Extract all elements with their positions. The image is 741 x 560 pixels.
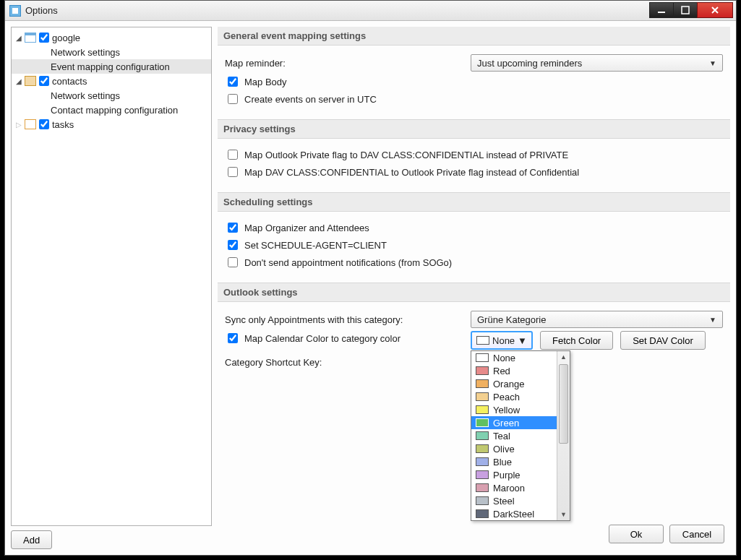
color-swatch-icon (476, 379, 489, 388)
maximize-button[interactable] (673, 2, 698, 18)
close-button[interactable] (697, 2, 733, 18)
color-swatch-icon (476, 470, 489, 479)
add-button[interactable]: Add (11, 530, 52, 549)
select-value: Grüne Kategorie (477, 314, 546, 325)
map-reminder-select[interactable]: Just upcoming reminders ▼ (471, 54, 723, 72)
select-value: Just upcoming reminders (477, 58, 582, 69)
color-option-label: Blue (493, 457, 512, 468)
profile-tree[interactable]: ◢ google Network settings Event mapping … (11, 27, 212, 526)
privacy-opt1-input[interactable] (228, 150, 238, 160)
sync-category-select[interactable]: Grüne Kategorie ▼ (471, 311, 723, 328)
color-option-label: Maroon (493, 483, 525, 494)
no-notify-checkbox[interactable]: Don't send appointment notifications (fr… (225, 255, 452, 270)
tree-label: google (52, 33, 80, 43)
color-swatch-icon (476, 496, 489, 505)
color-option-steel[interactable]: Steel (471, 494, 557, 507)
tree-label: Network settings (51, 47, 120, 58)
color-option-maroon[interactable]: Maroon (471, 481, 557, 494)
color-swatch-icon (476, 509, 489, 518)
color-dropdown[interactable]: NoneRedOrangePeachYellowGreenTealOliveBl… (471, 350, 570, 521)
tasks-icon (25, 119, 36, 129)
tree-check-tasks[interactable] (39, 119, 49, 129)
tree-check-contacts[interactable] (39, 76, 49, 86)
privacy-opt1-checkbox[interactable]: Map Outlook Private flag to DAV CLASS:CO… (225, 147, 568, 162)
app-icon (9, 5, 21, 17)
calendar-icon (25, 33, 36, 43)
map-body-checkbox[interactable]: Map Body (225, 74, 287, 89)
fetch-color-button[interactable]: Fetch Color (540, 331, 613, 350)
expand-icon[interactable]: ◢ (14, 34, 23, 42)
scroll-up-icon[interactable]: ▲ (557, 351, 570, 363)
section-scheduling-header: Scheduling settings (218, 192, 730, 212)
color-swatch-icon (476, 431, 489, 440)
tree-item-contacts[interactable]: ◢ contacts (12, 74, 211, 88)
ok-button[interactable]: Ok (609, 525, 664, 543)
checkbox-label: Don't send appointment notifications (fr… (244, 257, 452, 268)
color-option-purple[interactable]: Purple (471, 468, 557, 481)
tree-item-contacts-mapping[interactable]: Contact mapping configuration (12, 103, 211, 117)
svg-rect-0 (658, 12, 665, 13)
titlebar[interactable]: Options (5, 1, 736, 21)
color-swatch-icon (476, 457, 489, 466)
color-combo-value: None (492, 335, 515, 346)
color-swatch-icon (476, 483, 489, 492)
checkbox-label: Map Body (244, 77, 287, 87)
color-swatch-icon (476, 392, 489, 401)
scroll-thumb[interactable] (559, 364, 568, 444)
settings-panel: General event mapping settings Map remin… (218, 27, 730, 522)
color-option-green[interactable]: Green (471, 416, 557, 429)
chevron-down-icon: ▼ (709, 59, 716, 67)
map-color-input[interactable] (228, 333, 238, 343)
schedule-agent-input[interactable] (228, 240, 238, 250)
checkbox-label: Map Calendar Color to category color (244, 333, 401, 344)
privacy-opt2-input[interactable] (228, 167, 238, 177)
organizer-input[interactable] (228, 223, 238, 233)
scroll-down-icon[interactable]: ▼ (557, 509, 570, 520)
color-option-label: Red (493, 366, 510, 376)
color-option-orange[interactable]: Orange (471, 377, 557, 390)
tree-label: Contact mapping configuration (51, 105, 178, 116)
color-swatch-icon (476, 336, 489, 345)
dialog-footer: Ok Cancel (218, 522, 730, 549)
minimize-button[interactable] (649, 2, 674, 18)
tree-item-google[interactable]: ◢ google (12, 30, 211, 45)
color-option-darksteel[interactable]: DarkSteel (471, 507, 557, 520)
color-option-label: Orange (493, 379, 524, 389)
utc-input[interactable] (228, 94, 238, 104)
tree-item-tasks[interactable]: ▷ tasks (12, 117, 211, 132)
cancel-button[interactable]: Cancel (669, 525, 724, 543)
color-combo[interactable]: None ▼ (471, 331, 533, 350)
tree-item-google-event-mapping[interactable]: Event mapping configuration (12, 59, 211, 74)
color-swatch-icon (476, 366, 489, 375)
color-option-olive[interactable]: Olive (471, 442, 557, 455)
tree-check-google[interactable] (39, 33, 49, 43)
color-option-yellow[interactable]: Yellow (471, 403, 557, 416)
color-swatch-icon (476, 444, 489, 453)
options-window: Options ◢ google (4, 0, 737, 556)
section-privacy-header: Privacy settings (218, 119, 730, 139)
scrollbar[interactable]: ▲ ▼ (557, 351, 570, 520)
color-option-peach[interactable]: Peach (471, 390, 557, 403)
chevron-down-icon: ▼ (709, 316, 716, 324)
privacy-opt2-checkbox[interactable]: Map DAV CLASS:CONFIDENTIAL to Outlook Pr… (225, 165, 579, 179)
tree-label: Event mapping configuration (51, 61, 170, 72)
color-option-teal[interactable]: Teal (471, 429, 557, 442)
utc-checkbox[interactable]: Create events on server in UTC (225, 92, 377, 106)
color-option-none[interactable]: None (471, 351, 557, 364)
organizer-checkbox[interactable]: Map Organizer and Attendees (225, 220, 369, 235)
tree-item-google-network[interactable]: Network settings (12, 45, 211, 59)
checkbox-label: Create events on server in UTC (244, 94, 377, 105)
checkbox-label: Map DAV CLASS:CONFIDENTIAL to Outlook Pr… (244, 167, 579, 178)
color-option-blue[interactable]: Blue (471, 455, 557, 468)
shortcut-key-label: Category Shortcut Key: (225, 357, 471, 368)
map-body-input[interactable] (228, 77, 238, 87)
expand-icon[interactable]: ▷ (14, 121, 23, 129)
expand-icon[interactable]: ◢ (14, 77, 23, 85)
map-color-checkbox[interactable]: Map Calendar Color to category color (225, 331, 471, 345)
color-option-red[interactable]: Red (471, 364, 557, 377)
color-option-label: Green (493, 418, 519, 428)
schedule-agent-checkbox[interactable]: Set SCHEDULE-AGENT=CLIENT (225, 238, 387, 252)
tree-item-contacts-network[interactable]: Network settings (12, 88, 211, 103)
no-notify-input[interactable] (228, 257, 238, 267)
set-dav-color-button[interactable]: Set DAV Color (620, 331, 706, 350)
